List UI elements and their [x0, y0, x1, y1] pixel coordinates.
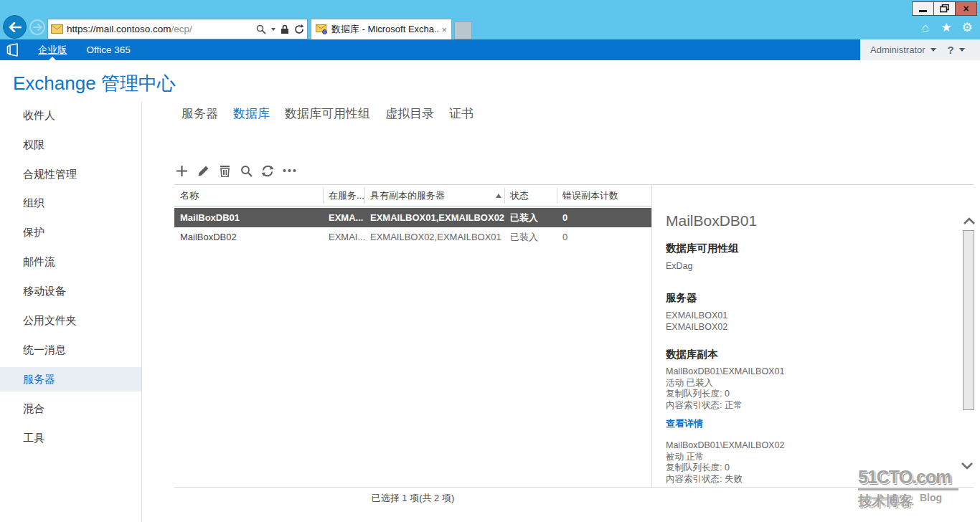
servers-heading: 服务器	[666, 291, 953, 305]
refresh-button[interactable]	[260, 163, 275, 179]
tab-close-icon[interactable]: ×	[441, 24, 447, 35]
exchange-admin-center-window: × https://mail.contoso.com/ecp/	[0, 0, 980, 522]
sidebar-divider	[141, 102, 142, 522]
search-dropdown-caret-icon[interactable]	[271, 28, 275, 31]
scroll-down-button[interactable]	[960, 461, 974, 473]
url-base: https://mail.contoso.com	[67, 24, 171, 34]
edit-button[interactable]	[196, 163, 210, 179]
sidebar-item-permissions[interactable]: 权限	[0, 133, 141, 157]
site-envelope-icon	[51, 24, 63, 34]
url-text: https://mail.contoso.com/ecp/	[67, 24, 256, 34]
server-name: EXMAILBOX02	[666, 321, 953, 333]
details-pane: MailBoxDB01 数据库可用性组 ExDag 服务器 EXMAILBOX0…	[666, 212, 953, 485]
database-copy-block: MailBoxDB01\EXMAILBOX01 活动 已装入 复制队列长度: 0…	[666, 366, 953, 430]
dag-heading: 数据库可用性组	[666, 242, 953, 255]
watermark-blog-en: Blog	[920, 492, 942, 503]
help-menu[interactable]: ?	[948, 44, 965, 56]
delete-button[interactable]	[217, 163, 232, 179]
details-pane-divider	[651, 185, 652, 487]
table-row[interactable]: MailBoxDB01 EXMA... EXMAILBOX01,EXMAILBO…	[174, 208, 651, 227]
watermark: 51CTO.com 技术博客 Blog	[858, 467, 958, 511]
address-bar[interactable]: https://mail.contoso.com/ecp/	[47, 19, 308, 39]
tab-envelope-icon	[316, 24, 328, 34]
chevron-down-icon	[960, 461, 974, 471]
view-details-link[interactable]: 查看详情	[666, 417, 703, 430]
watermark-blog-zh: 技术博客	[858, 492, 913, 511]
sidebar-item-hybrid[interactable]: 混合	[0, 397, 141, 421]
office-logo-icon[interactable]	[6, 43, 19, 57]
refresh-icon[interactable]	[294, 24, 304, 34]
gear-icon[interactable]: ⚙	[960, 21, 974, 35]
sidebar-item-unified-messaging[interactable]: 统一消息	[0, 338, 141, 362]
ellipsis-icon	[283, 169, 296, 173]
sidebar-item-compliance[interactable]: 合规性管理	[0, 162, 141, 186]
page-title-en: Exchange	[13, 72, 96, 94]
chevron-up-icon	[962, 216, 976, 226]
sidebar-item-organization[interactable]: 组织	[0, 191, 141, 215]
sidebar-item-public-folders[interactable]: 公用文件夹	[0, 308, 141, 333]
help-caret-icon	[959, 48, 965, 52]
copy-queue-length: 复制队列长度: 0	[666, 389, 953, 400]
forward-button[interactable]	[29, 19, 45, 35]
scroll-up-button[interactable]	[962, 216, 976, 227]
favorites-star-icon[interactable]: ★	[939, 21, 953, 35]
help-label: ?	[948, 44, 954, 56]
selected-notch	[49, 57, 56, 60]
search-button[interactable]	[239, 163, 253, 179]
search-icon[interactable]	[256, 24, 266, 34]
add-button[interactable]	[174, 163, 189, 179]
restore-icon	[940, 4, 949, 13]
column-header-status[interactable]: 状态	[510, 185, 529, 207]
trash-icon	[220, 165, 230, 177]
minimize-button[interactable]	[912, 1, 934, 16]
column-header-name[interactable]: 名称	[180, 185, 199, 207]
table-row[interactable]: MailBoxDB02 EXMAI... EXMAILBOX02,EXMAILB…	[174, 227, 651, 247]
details-title: MailBoxDB01	[666, 212, 953, 229]
restore-button[interactable]	[933, 1, 956, 16]
watermark-site: 51CTO.com	[858, 467, 958, 490]
browser-titlebar: × https://mail.contoso.com/ecp/	[0, 0, 980, 39]
browser-tab[interactable]: 数据库 - Microsoft Excha... ×	[311, 19, 452, 39]
page-title: Exchange 管理中心	[13, 71, 176, 96]
tab-dags[interactable]: 数据库可用性组	[285, 105, 370, 122]
copies-heading: 数据库副本	[666, 348, 953, 361]
cell-name: MailBoxDB01	[180, 208, 240, 227]
close-button[interactable]: ×	[955, 1, 977, 16]
sidebar-item-mobile[interactable]: 移动设备	[0, 279, 141, 303]
user-menu[interactable]: Administrator	[870, 44, 936, 55]
cell-errors: 0	[562, 227, 567, 247]
sidebar-item-tools[interactable]: 工具	[0, 426, 141, 450]
magnifier-icon	[240, 165, 253, 177]
nav-office365[interactable]: Office 365	[87, 39, 131, 60]
tab-certificates[interactable]: 证书	[449, 105, 473, 122]
cell-copies: EXMAILBOX01,EXMAILBOX02	[370, 208, 504, 227]
copy-name: MailBoxDB01\EXMAILBOX02	[666, 440, 953, 452]
tab-virtual-directories[interactable]: 虚拟目录	[385, 105, 434, 122]
sidebar-item-mail-flow[interactable]: 邮件流	[0, 250, 141, 274]
list-toolbar	[174, 161, 296, 180]
tab-databases[interactable]: 数据库	[233, 105, 270, 122]
home-icon[interactable]: ⌂	[918, 21, 933, 35]
cell-name: MailBoxDB02	[180, 227, 237, 247]
nav-enterprise-edition[interactable]: 企业版	[38, 39, 67, 60]
column-header-bad-copy-count[interactable]: 错误副本计数	[562, 185, 618, 207]
column-header-on-server[interactable]: 在服务...	[329, 185, 364, 207]
new-tab-button[interactable]	[454, 22, 472, 39]
sidebar-item-protection[interactable]: 保护	[0, 220, 141, 245]
close-icon: ×	[963, 4, 969, 14]
sidebar-item-recipients[interactable]: 收件人	[0, 103, 141, 128]
column-separator	[504, 188, 505, 204]
column-header-servers-with-copies[interactable]: 具有副本的服务器	[370, 185, 445, 207]
copy-state: 被动 正常	[666, 452, 953, 463]
tab-servers[interactable]: 服务器	[182, 105, 218, 122]
sidebar-item-servers[interactable]: 服务器	[0, 367, 141, 392]
back-button[interactable]	[3, 15, 27, 39]
server-name: EXMAILBOX01	[666, 310, 953, 321]
tab-title: 数据库 - Microsoft Excha...	[331, 23, 438, 36]
refresh-arrows-icon	[261, 165, 274, 177]
scrollbar-thumb[interactable]	[963, 230, 974, 410]
office365-navbar: 企业版 Office 365	[0, 39, 860, 60]
more-button[interactable]	[282, 163, 296, 179]
cell-server: EXMA...	[329, 208, 363, 227]
user-name: Administrator	[870, 44, 925, 55]
